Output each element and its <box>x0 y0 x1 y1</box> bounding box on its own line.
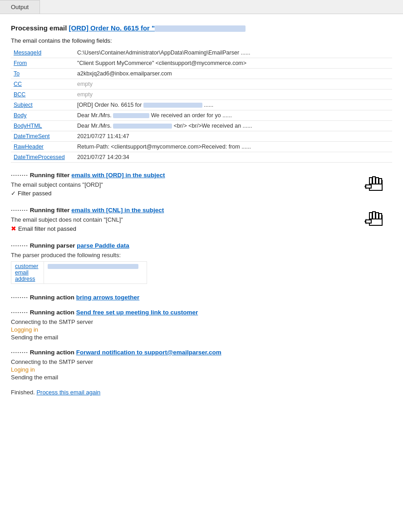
filter2-prefix: Running filter <box>30 207 72 214</box>
action1-prefix: Running action <box>30 294 76 301</box>
field-key-from[interactable]: From <box>11 58 74 69</box>
filter2-title: ········ Running filter emails with [CNL… <box>11 207 356 214</box>
action3-title: ········ Running action Forward notifica… <box>11 349 392 356</box>
filter2-desc: The email subject does not contain "[CNL… <box>11 216 356 223</box>
svg-rect-9 <box>373 212 375 219</box>
table-row: BodyHTML Dear Mr./Mrs. <br/> <br/>We rec… <box>11 121 392 131</box>
parser1-link[interactable]: parse Paddle data <box>77 242 129 249</box>
table-row: Subject [ORD] Order No. 6615 for ...... <box>11 100 392 110</box>
filter2-cross-icon: ✖ <box>11 225 16 232</box>
field-value-subject: [ORD] Order No. 6615 for ...... <box>74 100 392 110</box>
svg-rect-4 <box>379 179 382 184</box>
parser1-prefix: Running parser <box>30 242 77 249</box>
filter2-dots: ········ <box>11 207 28 214</box>
action2-link[interactable]: Send free set up meeting link to custome… <box>76 309 198 316</box>
svg-rect-11 <box>379 214 382 219</box>
filter1-prefix: Running filter <box>30 172 72 179</box>
filter1-link[interactable]: emails with [ORD] in the subject <box>71 172 165 179</box>
field-value-messageid: C:\Users\ContainerAdministrator\AppData\… <box>74 48 392 58</box>
table-row: MessageId C:\Users\ContainerAdministrato… <box>11 48 392 58</box>
field-key-to[interactable]: To <box>11 69 74 79</box>
action2-step1: Connecting to the SMTP server <box>11 318 392 325</box>
main-content: Processing email [ORD] Order No. 6615 fo… <box>0 14 403 405</box>
field-key-bcc[interactable]: BCC <box>11 89 74 100</box>
action2-section: ········ Running action Send free set up… <box>11 309 392 341</box>
processing-title: Processing email [ORD] Order No. 6615 fo… <box>11 23 392 33</box>
field-key-datetimeprocessed[interactable]: DateTimeProcessed <box>11 152 74 163</box>
filter1-check-icon: ✓ <box>11 190 16 197</box>
action3-prefix: Running action <box>30 349 76 356</box>
action1-title: ········ Running action bring arrows tog… <box>11 294 392 301</box>
action2-step2: Logging in <box>11 326 392 333</box>
parser1-section: ········ Running parser parse Paddle dat… <box>11 242 392 284</box>
svg-rect-10 <box>376 213 378 219</box>
filter2-section: ········ Running filter emails with [CNL… <box>11 207 392 232</box>
field-key-cc[interactable]: CC <box>11 79 74 89</box>
field-value-datetimesent: 2021/07/27 11:41:47 <box>74 131 392 142</box>
field-key-subject[interactable]: Subject <box>11 100 74 110</box>
action2-prefix: Running action <box>30 309 76 316</box>
field-key-body[interactable]: Body <box>11 110 74 121</box>
table-row: customer email address <box>11 262 147 284</box>
action1-section: ········ Running action bring arrows tog… <box>11 294 392 301</box>
table-row: BCC empty <box>11 89 392 100</box>
action2-dots: ········ <box>11 309 28 316</box>
filter1-section: ········ Running filter emails with [ORD… <box>11 172 392 197</box>
parser1-title: ········ Running parser parse Paddle dat… <box>11 242 392 249</box>
body-blurred <box>113 113 149 118</box>
field-key-rawheader[interactable]: RawHeader <box>11 142 74 152</box>
parser1-desc: The parser produced the following result… <box>11 252 392 259</box>
table-row: From "Client Support MyCommerce" <client… <box>11 58 392 69</box>
filter2-result-text: Email filter not passed <box>18 225 76 232</box>
hand-icon-2 <box>363 207 388 232</box>
tab-bar: Output <box>0 0 403 14</box>
filter2-link[interactable]: emails with [CNL] in the subject <box>71 207 164 214</box>
finished-line: Finished. Process this email again <box>11 389 392 396</box>
processing-link[interactable]: [ORD] Order No. 6615 for " <box>69 24 155 32</box>
field-value-to: a2kbxjq2ad6@inbox.emailparser.com <box>74 69 392 79</box>
filter1-result: ✓ Filter passed <box>11 190 356 197</box>
table-row: Body Dear Mr./Mrs. We received an order … <box>11 110 392 121</box>
email-fields-intro: The email contains the following fields: <box>11 37 392 44</box>
action3-step1: Connecting to the SMTP server <box>11 358 392 365</box>
processing-blurred-subject <box>155 25 246 32</box>
field-value-bcc: empty <box>74 89 392 100</box>
action3-dots: ········ <box>11 349 28 356</box>
action3-link[interactable]: Forward notification to support@emailpar… <box>76 349 221 356</box>
svg-rect-3 <box>376 178 378 184</box>
subject-blurred <box>143 103 202 108</box>
action3-section: ········ Running action Forward notifica… <box>11 349 392 381</box>
field-value-datetimeprocessed: 2021/07/27 14:20:34 <box>74 152 392 163</box>
svg-rect-2 <box>373 177 375 184</box>
svg-marker-6 <box>365 185 366 188</box>
bodyhtml-blurred <box>113 124 172 129</box>
table-row: CC empty <box>11 79 392 89</box>
table-row: RawHeader Return-Path: <clientsupport@my… <box>11 142 392 152</box>
process-again-link[interactable]: Process this email again <box>36 389 100 396</box>
hand-icon-1 <box>363 172 388 197</box>
field-value-from: "Client Support MyCommerce" <clientsuppo… <box>74 58 392 69</box>
parser-result-blurred <box>48 264 138 269</box>
table-row: DateTimeSent 2021/07/27 11:41:47 <box>11 131 392 142</box>
action2-title: ········ Running action Send free set up… <box>11 309 392 316</box>
svg-rect-1 <box>369 178 372 184</box>
processing-prefix: Processing email <box>11 24 69 32</box>
table-row: To a2kbxjq2ad6@inbox.emailparser.com <box>11 69 392 79</box>
filter1-desc: The email subject contains "[ORD]" <box>11 181 356 188</box>
svg-rect-12 <box>366 220 371 223</box>
field-key-messageid[interactable]: MessageId <box>11 48 74 58</box>
field-key-datetimesent[interactable]: DateTimeSent <box>11 131 74 142</box>
parser1-dots: ········ <box>11 242 28 249</box>
action1-dots: ········ <box>11 294 28 301</box>
filter1-result-text: Filter passed <box>18 190 51 197</box>
field-value-bodyhtml: Dear Mr./Mrs. <br/> <br/>We received an … <box>74 121 392 131</box>
filter1-title: ········ Running filter emails with [ORD… <box>11 172 356 179</box>
parser-result-key[interactable]: customer email address <box>11 262 44 284</box>
output-tab[interactable]: Output <box>0 0 40 14</box>
action1-link[interactable]: bring arrows together <box>76 294 140 301</box>
parser-result-value <box>44 262 147 284</box>
action2-step3: Sending the email <box>11 334 392 341</box>
action3-step2: Loging in <box>11 366 392 373</box>
field-key-bodyhtml[interactable]: BodyHTML <box>11 121 74 131</box>
field-value-cc: empty <box>74 79 392 89</box>
